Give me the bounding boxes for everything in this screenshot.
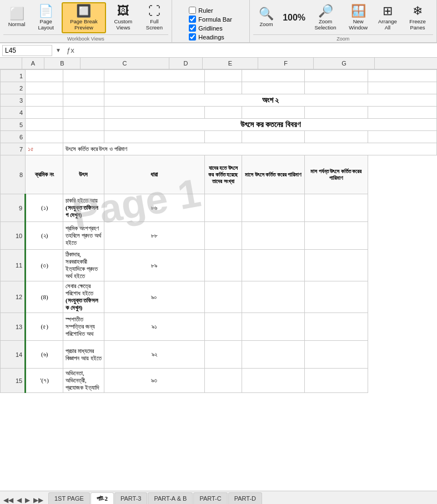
cell-12b[interactable]: সেবার ক্ষেত্রে পরিশোধ হইতে (সংযুক্ত তফিস… (63, 281, 104, 313)
cell-8a[interactable]: ক্রমিক নং (26, 155, 63, 194)
cell-14b[interactable]: প্রচার মাধ্যমের বিজ্ঞাপন আয় হইতে (63, 341, 104, 369)
freeze-panes-button[interactable]: ❄ Freeze Panes (402, 2, 433, 33)
cell-9a[interactable]: (১) (26, 194, 63, 222)
cell-14d[interactable] (204, 341, 242, 369)
cell-11c[interactable]: ৮৯ (104, 250, 204, 281)
cell-14e[interactable] (242, 341, 305, 369)
cell-1b[interactable] (63, 70, 104, 82)
cell-1c[interactable] (104, 70, 204, 82)
cell-9f[interactable] (305, 194, 368, 222)
cell-10c[interactable]: ৮৮ (104, 222, 204, 250)
headings-checkbox[interactable] (189, 33, 196, 41)
cell-8d[interactable]: যাদের হতে উৎসে কর কর্তিত হয়েছে তাদের সং… (204, 155, 242, 194)
cell-2b[interactable] (63, 82, 104, 94)
cell-1a[interactable] (26, 70, 63, 82)
ruler-checkbox[interactable] (189, 7, 196, 14)
cell-14a[interactable]: (৬) (26, 341, 63, 369)
cell-13c[interactable]: ৯১ (104, 313, 204, 341)
cell-5a[interactable] (26, 119, 63, 131)
cell-10a[interactable]: (২) (26, 222, 63, 250)
cell-3b[interactable] (63, 94, 104, 107)
cell-15b[interactable]: অভিনেতা, অভিনেত্রী, প্রযোজক ইত্যাদি (63, 369, 104, 393)
cell-10f[interactable] (305, 222, 368, 250)
ruler-check[interactable]: Ruler (189, 7, 232, 14)
cell-1f[interactable] (305, 70, 368, 82)
cell-4e[interactable] (242, 107, 305, 119)
zoom-to-selection-button[interactable]: 🔎 Zoom Selection (309, 2, 343, 33)
cell-6c[interactable] (104, 131, 204, 143)
normal-button[interactable]: ⬜ Normal (3, 2, 30, 33)
cell-2g[interactable] (368, 82, 436, 94)
cell-1g[interactable] (368, 70, 436, 82)
cell-2a[interactable] (26, 82, 63, 94)
gridlines-check[interactable]: Gridlines (189, 24, 232, 32)
cell-11a[interactable]: (৩) (26, 250, 63, 281)
gridlines-checkbox[interactable] (189, 24, 196, 32)
zoom-button[interactable]: 🔍 Zoom (253, 2, 280, 33)
cell-3a[interactable] (26, 94, 63, 107)
cell-5c-span[interactable]: উৎসে কর কতনের বিবরণ (104, 119, 436, 131)
cell-4c[interactable] (104, 107, 204, 119)
cell-12e[interactable] (242, 281, 305, 313)
arrange-all-button[interactable]: ⊞ Arrange All (374, 2, 401, 33)
cell-13f[interactable] (305, 313, 368, 341)
cell-11d[interactable] (204, 250, 242, 281)
cell-11b[interactable]: ঠিকাদার, সরবরাহকারী ইত্যাদিকে প্রদত অর্থ… (63, 250, 104, 281)
formula-bar-check[interactable]: Formula Bar (189, 16, 232, 23)
cell-9c[interactable]: ৮৬ (104, 194, 204, 222)
custom-views-button[interactable]: 🖼 Custom Views (107, 2, 140, 33)
cell-1e[interactable] (242, 70, 305, 82)
page-break-preview-button[interactable]: 🔲 Page Break Preview (62, 2, 106, 33)
cell-15a[interactable]: '(৭) (26, 369, 63, 393)
cell-12d[interactable] (204, 281, 242, 313)
cell-2f[interactable] (305, 82, 368, 94)
cell-2e[interactable] (242, 82, 305, 94)
cell-9d[interactable] (204, 194, 242, 222)
page-layout-button[interactable]: 📄 Page Layout (31, 2, 61, 33)
cell-13b[interactable]: স্পশাতীত সম্পত্তির জন্য পরিশোধিত অথ (63, 313, 104, 341)
cell-6g[interactable] (368, 131, 436, 143)
full-screen-button[interactable]: ⛶ Full Screen (140, 2, 168, 33)
cell-15f[interactable] (305, 369, 368, 393)
cell-6a[interactable] (26, 131, 63, 143)
cell-11f[interactable] (305, 250, 368, 281)
cell-4b[interactable] (63, 107, 104, 119)
cell-12a[interactable]: (8) (26, 281, 63, 313)
name-box[interactable]: L45 (2, 45, 52, 56)
cell-8e[interactable]: মাসে উৎসে কর্তিত করের পারিমাণ (242, 155, 305, 194)
cell-6f[interactable] (305, 131, 368, 143)
formula-bar-checkbox[interactable] (189, 16, 196, 23)
cell-8b[interactable]: উৎস (63, 155, 104, 194)
cell-15d[interactable] (204, 369, 242, 393)
cell-3c-span[interactable]: অংশ ২ (104, 94, 436, 107)
new-window-button[interactable]: 🪟 New Window (344, 2, 373, 33)
cell-11e[interactable] (242, 250, 305, 281)
cell-10b[interactable]: শ্রমিক অংশগ্রহণ তহবিলে প্রদত অর্থ হইতে (63, 222, 104, 250)
cell-15e[interactable] (242, 369, 305, 393)
cell-7b-span[interactable]: উৎসে কর্তিত করে উৎস ও পরিমাণ (63, 143, 437, 155)
zoom-percent-button[interactable]: 100% (281, 2, 308, 33)
cell-2d[interactable] (204, 82, 242, 94)
cell-9e[interactable] (242, 194, 305, 222)
cell-4g[interactable] (368, 107, 436, 119)
formula-input[interactable] (80, 45, 435, 56)
cell-1d[interactable] (204, 70, 242, 82)
cell-8f[interactable]: মাস পর্যন্ত উৎসে কর্তিত করের পারিমাণ (305, 155, 368, 194)
cell-5b[interactable] (63, 119, 104, 131)
cell-2c[interactable] (104, 82, 204, 94)
cell-4f[interactable] (305, 107, 368, 119)
cell-8c[interactable]: ধারা (104, 155, 204, 194)
cell-14c[interactable]: ৯২ (104, 341, 204, 369)
cell-13e[interactable] (242, 313, 305, 341)
cell-14f[interactable] (305, 341, 368, 369)
cell-10d[interactable] (204, 222, 242, 250)
cell-4d[interactable] (204, 107, 242, 119)
cell-13d[interactable] (204, 313, 242, 341)
cell-10e[interactable] (242, 222, 305, 250)
cell-6d[interactable] (204, 131, 242, 143)
cell-15c[interactable]: ৯৩ (104, 369, 204, 393)
cell-7a[interactable]: ১৫ (26, 143, 63, 155)
cell-4a[interactable] (26, 107, 63, 119)
cell-6e[interactable] (242, 131, 305, 143)
cell-12f[interactable] (305, 281, 368, 313)
